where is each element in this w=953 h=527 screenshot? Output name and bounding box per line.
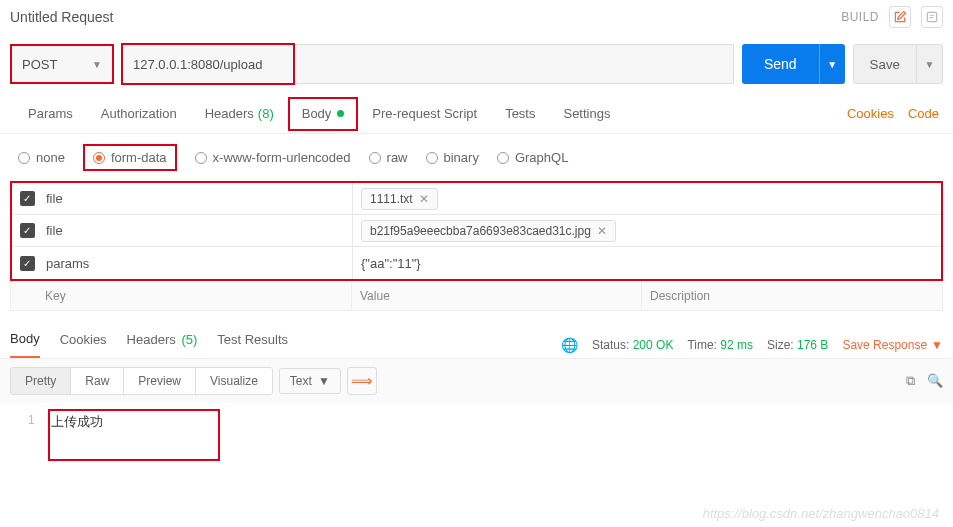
view-visualize[interactable]: Visualize [196, 368, 272, 394]
tab-headers[interactable]: Headers(8) [191, 94, 288, 134]
table-row[interactable]: file 1111.txt✕ [12, 183, 941, 215]
tab-params[interactable]: Params [14, 94, 87, 134]
line-number: 1 [28, 413, 35, 431]
wrap-lines-icon[interactable]: ⟹ [347, 367, 377, 395]
copy-icon[interactable]: ⧉ [906, 373, 915, 389]
view-pretty[interactable]: Pretty [11, 368, 71, 394]
radio-icon [195, 152, 207, 164]
globe-icon[interactable]: 🌐 [561, 337, 578, 353]
resp-headers-label: Headers [127, 332, 176, 347]
row-checkbox[interactable] [12, 223, 42, 238]
form-data-table: file 1111.txt✕ file b21f95a9eeecbba7a669… [10, 181, 943, 281]
headers-count: (8) [258, 106, 274, 121]
size-label: Size: [767, 338, 794, 352]
tab-settings[interactable]: Settings [549, 94, 624, 134]
resp-headers-count: (5) [181, 332, 197, 347]
code-link[interactable]: Code [908, 106, 939, 121]
view-raw[interactable]: Raw [71, 368, 124, 394]
tab-body-label: Body [302, 106, 332, 121]
remove-file-icon[interactable]: ✕ [597, 224, 607, 238]
radio-label: raw [387, 150, 408, 165]
body-type-binary[interactable]: binary [426, 150, 479, 165]
time-value: 92 ms [720, 338, 753, 352]
comment-icon[interactable] [921, 6, 943, 28]
checkmark-icon [20, 223, 35, 238]
format-select[interactable]: Text▼ [279, 368, 341, 394]
resp-tab-cookies[interactable]: Cookies [60, 332, 107, 357]
row-key[interactable]: params [42, 256, 352, 271]
body-type-none[interactable]: none [18, 150, 65, 165]
radio-label: none [36, 150, 65, 165]
tab-authorization[interactable]: Authorization [87, 94, 191, 134]
checkmark-icon [20, 256, 35, 271]
format-value: Text [290, 374, 312, 388]
method-value: POST [22, 57, 57, 72]
size-value: 176 B [797, 338, 828, 352]
save-dropdown[interactable]: ▼ [917, 44, 943, 84]
build-label: BUILD [841, 10, 879, 24]
view-mode-segment: Pretty Raw Preview Visualize [10, 367, 273, 395]
row-key[interactable]: file [42, 191, 352, 206]
body-type-urlencoded[interactable]: x-www-form-urlencoded [195, 150, 351, 165]
row-value[interactable]: b21f95a9eeecbba7a6693e83caed31c.jpg✕ [352, 215, 941, 246]
status-value: 200 OK [633, 338, 674, 352]
tab-headers-label: Headers [205, 106, 254, 121]
tab-prerequest[interactable]: Pre-request Script [358, 94, 491, 134]
tab-body[interactable]: Body [288, 97, 359, 131]
time-label: Time: [687, 338, 717, 352]
table-row[interactable]: params {"aa":"11"} [12, 247, 941, 279]
search-icon[interactable]: 🔍 [927, 373, 943, 389]
cookies-link[interactable]: Cookies [847, 106, 894, 121]
chevron-down-icon: ▼ [92, 59, 102, 70]
col-header-description: Description [641, 281, 942, 310]
checkmark-icon [20, 191, 35, 206]
table-row[interactable]: file b21f95a9eeecbba7a6693e83caed31c.jpg… [12, 215, 941, 247]
radio-icon [497, 152, 509, 164]
save-button[interactable]: Save [853, 44, 917, 84]
save-response-button[interactable]: Save Response ▼ [842, 338, 943, 352]
resp-tab-tests[interactable]: Test Results [217, 332, 288, 357]
body-type-formdata[interactable]: form-data [83, 144, 177, 171]
col-header-value: Value [351, 281, 641, 310]
file-pill: b21f95a9eeecbba7a6693e83caed31c.jpg✕ [361, 220, 616, 242]
save-response-label: Save Response [842, 338, 927, 352]
url-value: 127.0.0.1:8080/upload [133, 57, 262, 72]
chevron-down-icon: ▼ [931, 338, 943, 352]
col-header-key: Key [11, 281, 351, 310]
radio-label: x-www-form-urlencoded [213, 150, 351, 165]
table-header-row: Key Value Description [10, 281, 943, 311]
radio-label: binary [444, 150, 479, 165]
radio-label: GraphQL [515, 150, 568, 165]
remove-file-icon[interactable]: ✕ [419, 192, 429, 206]
row-value[interactable]: 1111.txt✕ [352, 183, 941, 214]
method-select[interactable]: POST ▼ [10, 44, 114, 84]
radio-label: form-data [111, 150, 167, 165]
file-name: b21f95a9eeecbba7a6693e83caed31c.jpg [370, 224, 591, 238]
request-title: Untitled Request [10, 9, 114, 25]
view-preview[interactable]: Preview [124, 368, 196, 394]
edit-icon[interactable] [889, 6, 911, 28]
radio-icon [426, 152, 438, 164]
row-checkbox[interactable] [12, 191, 42, 206]
file-name: 1111.txt [370, 192, 413, 206]
resp-tab-body[interactable]: Body [10, 331, 40, 358]
chevron-down-icon: ▼ [318, 374, 330, 388]
resp-tab-headers[interactable]: Headers (5) [127, 332, 198, 357]
tab-tests[interactable]: Tests [491, 94, 549, 134]
send-button[interactable]: Send [742, 44, 819, 84]
url-input[interactable]: 127.0.0.1:8080/upload [122, 44, 734, 84]
watermark: https://blog.csdn.net/zhangwenchao0814 [703, 506, 939, 521]
row-value[interactable]: {"aa":"11"} [352, 247, 941, 279]
radio-icon [18, 152, 30, 164]
status-label: Status: [592, 338, 629, 352]
radio-icon [93, 152, 105, 164]
response-body: 1 上传成功 [0, 403, 953, 441]
body-type-raw[interactable]: raw [369, 150, 408, 165]
body-indicator-dot [337, 110, 344, 117]
file-pill: 1111.txt✕ [361, 188, 438, 210]
body-type-graphql[interactable]: GraphQL [497, 150, 568, 165]
radio-icon [369, 152, 381, 164]
row-checkbox[interactable] [12, 256, 42, 271]
row-key[interactable]: file [42, 223, 352, 238]
send-dropdown[interactable]: ▼ [819, 44, 845, 84]
